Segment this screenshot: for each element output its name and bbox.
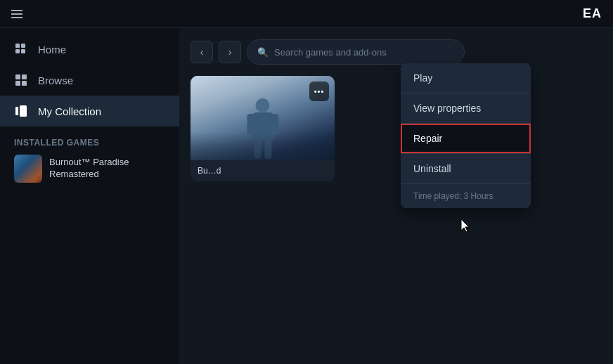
my-collection-label: My Collection [38, 105, 101, 117]
search-icon: 🔍 [257, 47, 269, 58]
card-game-name: Bu…d [198, 166, 328, 176]
svg-rect-3 [21, 49, 25, 53]
ea-logo: EA [583, 6, 602, 21]
home-icon [14, 42, 28, 56]
sidebar-item-home[interactable]: Home [0, 34, 179, 65]
hamburger-menu[interactable] [11, 10, 22, 18]
top-bar: EA [0, 0, 613, 28]
svg-rect-6 [22, 74, 27, 79]
svg-rect-7 [22, 81, 27, 86]
game-thumbnail [14, 155, 42, 183]
search-bar[interactable]: 🔍 Search games and add-ons [247, 39, 465, 65]
back-button[interactable]: ‹ [191, 41, 213, 63]
svg-point-10 [255, 98, 269, 112]
svg-rect-0 [15, 44, 20, 48]
time-played: Time played: 3 Hours [401, 184, 531, 208]
home-label: Home [38, 44, 66, 56]
svg-rect-9 [20, 105, 27, 117]
menu-item-uninstall[interactable]: Uninstall [401, 154, 531, 183]
menu-item-play[interactable]: Play [401, 63, 531, 93]
sidebar: Home Browse My Collection [0, 28, 179, 364]
svg-rect-2 [21, 44, 25, 48]
browse-icon [14, 73, 28, 87]
svg-rect-5 [15, 81, 20, 86]
content-area: ‹ › 🔍 Search games and add-ons [179, 28, 613, 364]
forward-button[interactable]: › [219, 41, 241, 63]
sidebar-item-my-collection[interactable]: My Collection [0, 96, 179, 126]
content-header: ‹ › 🔍 Search games and add-ons [191, 39, 602, 65]
sidebar-item-browse[interactable]: Browse [0, 65, 179, 96]
browse-label: Browse [38, 74, 73, 86]
more-options-button[interactable]: ••• [309, 82, 329, 101]
installed-label: Installed games [14, 138, 165, 148]
card-image: ••• [191, 76, 335, 160]
main-layout: Home Browse My Collection [0, 28, 613, 364]
card-bottom: Bu…d [191, 160, 335, 181]
installed-section: Installed games Burnout™ Paradise Remast… [0, 126, 179, 195]
svg-rect-4 [15, 74, 20, 79]
search-placeholder: Search games and add-ons [274, 47, 387, 58]
svg-rect-8 [15, 107, 18, 115]
menu-item-repair[interactable]: Repair [401, 124, 531, 153]
svg-rect-1 [15, 49, 20, 53]
cursor [459, 218, 473, 235]
collection-icon [14, 104, 28, 118]
game-item-burnout[interactable]: Burnout™ Paradise Remastered [14, 148, 165, 190]
game-card: ••• Bu…d [191, 76, 335, 181]
game-title: Burnout™ Paradise Remastered [49, 157, 129, 181]
context-menu: Play View properties Repair Uninstall Ti… [401, 63, 531, 208]
menu-item-view-properties[interactable]: View properties [401, 93, 531, 123]
